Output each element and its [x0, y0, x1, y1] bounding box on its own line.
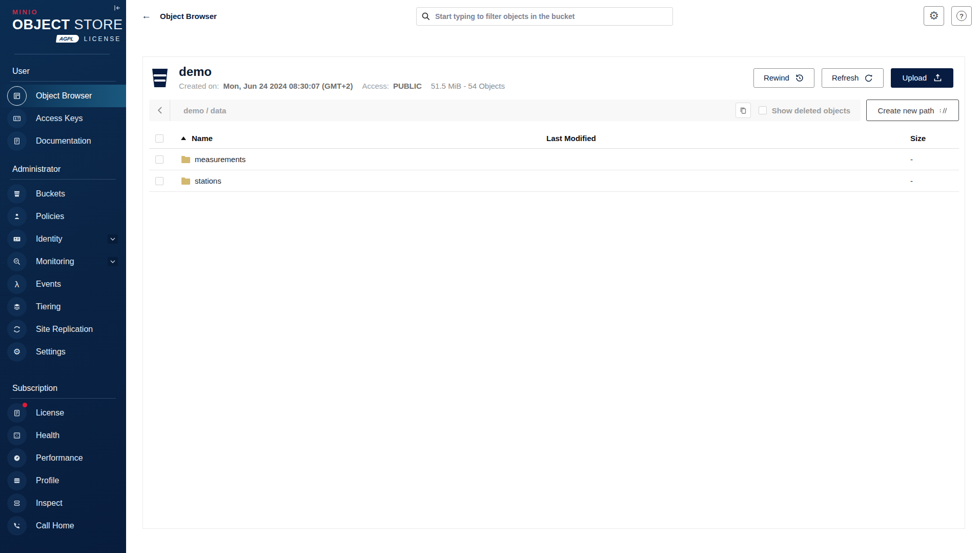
topbar-icons: ⚙ ? — [924, 6, 972, 26]
row-checkbox[interactable] — [155, 155, 164, 164]
topbar: ← Object Browser ⚙ ? — [126, 0, 980, 32]
tiering-icon — [7, 297, 27, 317]
upload-icon — [933, 73, 942, 82]
chevron-down-icon[interactable] — [108, 257, 118, 266]
divider — [10, 81, 116, 82]
browser-toolbar: demo / data Show deleted objects Create … — [149, 100, 959, 121]
main-content: ← Object Browser ⚙ ? demo Created on: — [126, 0, 980, 553]
license-line: AGPL LICENSE — [56, 35, 126, 43]
chevron-left-icon — [157, 106, 162, 114]
sidebar-section-user: User Object Browser Access Keys Document… — [0, 67, 126, 152]
bucket-info: demo Created on: Mon, Jun 24 2024 08:30:… — [179, 65, 505, 90]
bucket-meta: Created on: Mon, Jun 24 2024 08:30:07 (G… — [179, 82, 505, 90]
search-input[interactable] — [416, 7, 673, 26]
search-icon — [421, 12, 431, 21]
column-header-last-modified[interactable]: Last Modified — [546, 134, 910, 143]
chevron-down-icon[interactable] — [108, 234, 118, 244]
column-header-size[interactable]: Size — [910, 134, 959, 143]
brand-wordmark: MINIO — [12, 8, 126, 16]
object-name-cell: measurements — [181, 155, 546, 164]
settings-icon: ⚙ — [7, 342, 27, 362]
minio-logo: MINIO OBJECT STORE AGPL LICENSE — [0, 0, 126, 43]
bucket-header: demo Created on: Mon, Jun 24 2024 08:30:… — [143, 57, 965, 96]
section-label: Subscription — [0, 384, 126, 398]
profile-icon — [7, 471, 27, 490]
site-replication-icon — [7, 320, 27, 339]
policies-icon — [7, 207, 27, 226]
sidebar-item-health[interactable]: Health — [0, 424, 126, 447]
new-path-icon — [939, 107, 948, 114]
sidebar: MINIO OBJECT STORE AGPL LICENSE User Obj… — [0, 0, 126, 553]
column-header-name[interactable]: Name — [181, 134, 546, 143]
copy-icon — [740, 107, 747, 114]
sidebar-item-license[interactable]: License — [0, 402, 126, 424]
refresh-button[interactable]: Refresh — [822, 68, 884, 88]
sidebar-item-events[interactable]: λ Events — [0, 273, 126, 295]
size-cell: - — [910, 155, 959, 164]
events-icon: λ — [7, 274, 27, 294]
sidebar-item-identity[interactable]: Identity — [0, 228, 126, 250]
sidebar-item-profile[interactable]: Profile — [0, 469, 126, 492]
access-value: PUBLIC — [393, 82, 422, 90]
license-alert-dot — [23, 403, 27, 407]
identity-icon — [7, 229, 27, 249]
row-checkbox[interactable] — [155, 177, 164, 185]
sidebar-item-object-browser[interactable]: Object Browser — [0, 85, 126, 107]
section-label: User — [0, 67, 126, 81]
sort-ascending-icon — [181, 136, 186, 140]
sidebar-item-settings[interactable]: ⚙ Settings — [0, 341, 126, 363]
copy-path-button[interactable] — [736, 103, 751, 118]
access-keys-icon — [7, 109, 27, 128]
object-name-cell: stations — [181, 176, 546, 185]
objects-table: Name Last Modified Size measurements - — [149, 128, 959, 192]
sidebar-item-inspect[interactable]: Inspect — [0, 492, 126, 515]
breadcrumb: demo / data — [183, 106, 226, 115]
bucket-stats: 51.5 MiB - 54 Objects — [431, 82, 505, 90]
bucket-name: demo — [179, 65, 505, 78]
collapse-sidebar-icon[interactable] — [113, 4, 121, 12]
table-header-row: Name Last Modified Size — [149, 128, 959, 149]
settings-button[interactable]: ⚙ — [924, 6, 944, 26]
buckets-icon — [7, 184, 27, 204]
divider — [14, 54, 110, 54]
monitoring-icon — [7, 252, 27, 271]
size-cell: - — [910, 176, 959, 185]
sidebar-item-access-keys[interactable]: Access Keys — [0, 107, 126, 130]
page-title: Object Browser — [160, 12, 217, 21]
table-row-stations[interactable]: stations - — [149, 170, 959, 192]
sidebar-item-policies[interactable]: Policies — [0, 205, 126, 228]
path-back-button[interactable] — [149, 100, 170, 121]
sidebar-item-monitoring[interactable]: Monitoring — [0, 250, 126, 273]
access-label: Access: — [362, 82, 389, 90]
help-icon: ? — [956, 11, 967, 21]
table-row-measurements[interactable]: measurements - — [149, 149, 959, 170]
sidebar-item-documentation[interactable]: Documentation — [0, 130, 126, 152]
agpl-badge: AGPL — [56, 35, 79, 43]
divider — [10, 179, 116, 180]
documentation-icon — [7, 131, 27, 151]
back-arrow-icon[interactable]: ← — [141, 10, 151, 22]
rewind-button[interactable]: Rewind — [753, 68, 814, 88]
bucket-actions: Rewind Refresh Upload — [753, 68, 953, 88]
object-search — [416, 7, 673, 26]
select-all-checkbox[interactable] — [155, 134, 164, 143]
divider — [10, 398, 116, 399]
help-button[interactable]: ? — [951, 6, 972, 26]
rewind-icon — [795, 73, 804, 83]
sidebar-section-administrator: Administrator Buckets Policies Identity — [0, 165, 126, 363]
sidebar-item-tiering[interactable]: Tiering — [0, 295, 126, 318]
show-deleted-label[interactable]: Show deleted objects — [772, 106, 850, 115]
sidebar-item-performance[interactable]: Performance — [0, 447, 126, 469]
created-value: Mon, Jun 24 2024 08:30:07 (GMT+2) — [223, 82, 353, 90]
folder-icon — [181, 155, 191, 163]
app-title: OBJECT STORE — [12, 17, 126, 33]
sidebar-item-site-replication[interactable]: Site Replication — [0, 318, 126, 341]
sidebar-item-buckets[interactable]: Buckets — [0, 183, 126, 205]
call-home-icon — [7, 516, 27, 536]
upload-button[interactable]: Upload — [891, 68, 953, 88]
create-new-path-button[interactable]: Create new path — [866, 100, 959, 121]
path-bar: demo / data Show deleted objects — [149, 100, 861, 121]
sidebar-item-call-home[interactable]: Call Home — [0, 515, 126, 537]
bucket-icon — [151, 68, 169, 88]
show-deleted-checkbox[interactable] — [759, 106, 767, 114]
